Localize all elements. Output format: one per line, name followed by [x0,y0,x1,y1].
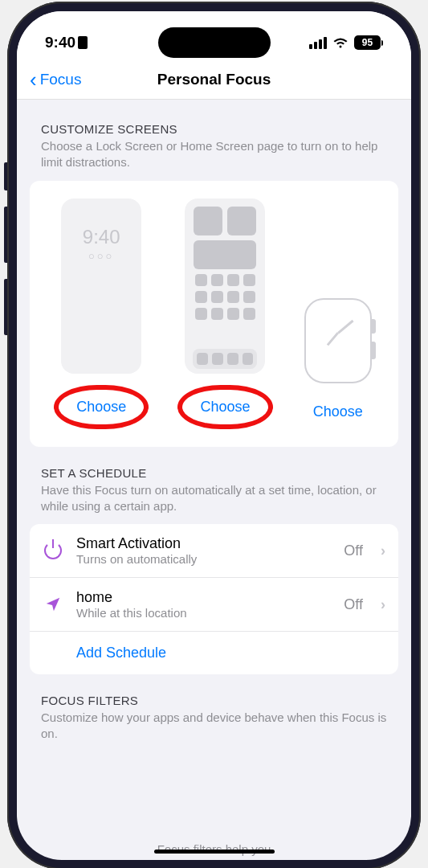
watch-preview[interactable] [304,208,372,383]
location-arrow-icon [43,594,63,615]
schedule-desc: Have this Focus turn on automatically at… [41,482,387,515]
smart-activation-sub: Turns on automatically [76,552,331,566]
location-value: Off [344,596,363,613]
smart-activation-title: Smart Activation [76,535,331,552]
content: CUSTOMIZE SCREENS Choose a Lock Screen o… [17,100,411,747]
schedule-card: Smart Activation Turns on automatically … [30,524,398,674]
nav-bar: ‹ Focus Personal Focus [17,59,411,100]
back-label: Focus [40,71,82,88]
wifi-icon [332,37,349,49]
filters-desc: Customize how your apps and device behav… [41,710,387,743]
location-sub: While at this location [76,606,331,620]
filters-header: FOCUS FILTERS Customize how your apps an… [30,674,398,747]
schedule-header: SET A SCHEDULE Have this Focus turn on a… [30,447,398,520]
power-icon [43,540,63,561]
annotation-highlight: Choose [54,385,149,429]
status-right: 95 [309,35,383,50]
phone-frame: 9:40 95 ‹ Focus Personal F [7,2,421,868]
choose-lock-button[interactable]: Choose [70,394,132,420]
phone-screen: 9:40 95 ‹ Focus Personal F [17,11,411,860]
choose-watch-button[interactable]: Choose [302,395,374,429]
battery-level: 95 [354,35,381,50]
smart-activation-row[interactable]: Smart Activation Turns on automatically … [30,524,398,578]
watch-option: Choose [302,208,374,429]
filters-title: FOCUS FILTERS [41,694,387,707]
status-time: 9:40 [45,34,88,51]
sim-icon [78,36,88,49]
customize-screens-header: CUSTOMIZE SCREENS Choose a Lock Screen o… [30,100,398,176]
location-title: home [76,589,331,606]
customize-title: CUSTOMIZE SCREENS [41,122,387,136]
home-screen-option: Choose [177,199,272,429]
chevron-left-icon: ‹ [30,69,37,90]
schedule-title: SET A SCHEDULE [41,466,387,480]
chevron-right-icon: › [381,542,385,559]
dynamic-island [158,27,271,58]
back-button[interactable]: ‹ Focus [30,69,81,90]
lock-preview-time: 9:40 [71,226,132,248]
add-schedule-button[interactable]: Add Schedule [30,632,398,674]
cellular-icon [309,37,327,49]
lock-screen-preview[interactable]: 9:40 ○○○ [61,199,141,374]
battery-icon: 95 [354,35,383,50]
customize-desc: Choose a Lock Screen or Home Screen page… [41,138,387,171]
lock-preview-dots: ○○○ [71,250,132,262]
choose-home-button[interactable]: Choose [194,394,256,420]
smart-activation-value: Off [344,542,363,559]
home-screen-preview[interactable] [185,199,265,374]
page-title: Personal Focus [157,71,271,88]
phone-side-buttons [4,162,7,351]
chevron-right-icon: › [381,596,385,613]
home-indicator[interactable] [154,850,275,854]
status-time-text: 9:40 [45,34,75,51]
location-row[interactable]: home While at this location Off › [30,578,398,632]
customize-screens-card: 9:40 ○○○ Choose [30,181,398,447]
lock-screen-option: 9:40 ○○○ Choose [54,199,149,429]
annotation-highlight: Choose [177,385,272,429]
